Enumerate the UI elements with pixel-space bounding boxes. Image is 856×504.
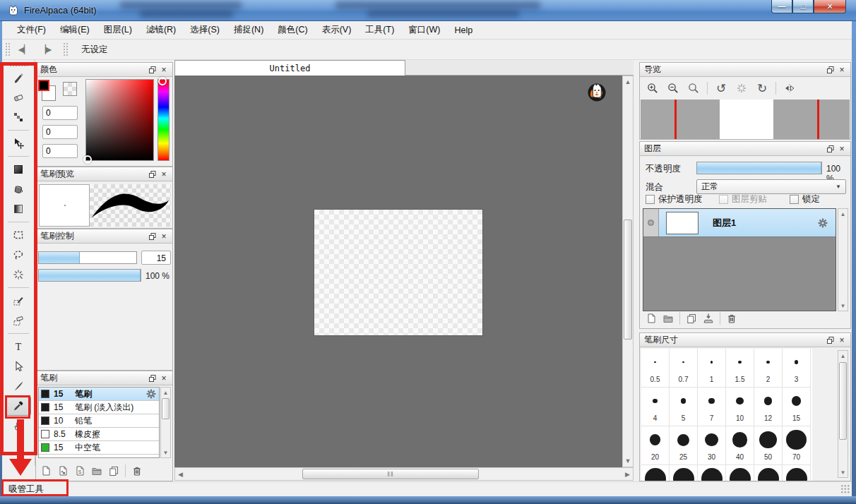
menu-edit[interactable]: 编辑(E): [54, 21, 96, 39]
brush-list-scrollbar[interactable]: ▲ ▼: [160, 387, 171, 458]
menu-tool[interactable]: 工具(T): [359, 21, 400, 39]
canvas-horizontal-scrollbar[interactable]: ◀ ‖‖ ▶: [174, 467, 634, 481]
reset-rotation-button[interactable]: [735, 81, 749, 95]
brush-opacity-slider[interactable]: [38, 269, 141, 282]
delete-brush-icon[interactable]: [131, 465, 143, 476]
close-panel-icon[interactable]: ×: [836, 65, 848, 75]
checkbox-protect-alpha[interactable]: 保护透明度: [646, 193, 703, 205]
brush-list-header[interactable]: 笔刷 ×: [36, 371, 172, 385]
brush-size-cell[interactable]: 50: [754, 426, 783, 465]
brush-size-cell[interactable]: 3: [783, 349, 811, 388]
checkbox-clipping[interactable]: 图层剪贴: [719, 193, 767, 205]
rotate-cw-button[interactable]: ↻: [755, 81, 769, 95]
scrollbar-handle[interactable]: [162, 398, 170, 419]
layer-opacity-slider[interactable]: [696, 162, 822, 174]
float-panel-icon[interactable]: [825, 65, 836, 75]
gear-icon[interactable]: [145, 388, 157, 400]
close-panel-icon[interactable]: ×: [836, 144, 848, 154]
brush-size-cell[interactable]: 7: [698, 388, 726, 426]
brush-size-cell[interactable]: 5: [670, 388, 698, 426]
scroll-down-icon[interactable]: ▼: [838, 467, 848, 477]
brush-size-cell[interactable]: 150: [670, 465, 698, 481]
brush-list-item[interactable]: 15笔刷 (淡入淡出): [39, 401, 159, 414]
menu-help[interactable]: Help: [448, 23, 479, 38]
text-tool[interactable]: T: [6, 337, 31, 356]
control-point-tool[interactable]: [6, 356, 31, 376]
bucket-tool[interactable]: [6, 179, 31, 199]
select-pen-tool[interactable]: [6, 291, 31, 311]
color-b-input[interactable]: [42, 144, 78, 158]
zoom-out-button[interactable]: [666, 81, 680, 95]
brush-size-cell[interactable]: 500: [783, 465, 811, 481]
duplicate-layer-icon[interactable]: [686, 313, 697, 324]
scroll-down-icon[interactable]: ▼: [838, 301, 848, 311]
brush-list-item[interactable]: 15笔刷: [39, 388, 159, 401]
scroll-up-icon[interactable]: ▲: [838, 351, 848, 361]
delete-layer-icon[interactable]: [726, 313, 737, 324]
brush-size-cell[interactable]: 200: [698, 465, 726, 481]
hue-bar[interactable]: [157, 79, 170, 161]
brush-size-cell[interactable]: 1: [698, 349, 726, 388]
brush-tool[interactable]: [6, 376, 31, 396]
float-panel-icon[interactable]: [825, 335, 836, 345]
lasso-select-tool[interactable]: [6, 245, 31, 265]
scrollbar-handle[interactable]: [839, 362, 847, 440]
float-panel-icon[interactable]: [825, 144, 836, 154]
scroll-up-icon[interactable]: ▲: [838, 209, 848, 219]
brush-size-cell[interactable]: 4: [641, 388, 670, 426]
color-g-input[interactable]: [42, 125, 78, 139]
color-r-input[interactable]: [42, 106, 78, 120]
scrollbar-handle[interactable]: ‖‖: [302, 469, 479, 479]
brush-folder-icon[interactable]: [91, 465, 102, 476]
layers-header[interactable]: 图层 ×: [640, 142, 850, 156]
brush-size-cell[interactable]: 2: [754, 349, 783, 388]
checkbox-icon[interactable]: [719, 195, 728, 204]
rect-select-tool[interactable]: [6, 225, 31, 245]
zoom-in-button[interactable]: [646, 81, 660, 95]
brush-preview-header[interactable]: 笔刷预览 ×: [36, 167, 172, 181]
checkbox-icon[interactable]: [646, 195, 655, 204]
scrollbar-handle[interactable]: [624, 220, 632, 340]
brush-size-cell[interactable]: 40: [726, 426, 754, 465]
close-panel-icon[interactable]: ×: [158, 232, 170, 241]
canvas-viewport[interactable]: [174, 76, 622, 467]
new-brush-icon[interactable]: [40, 465, 52, 476]
navigator-preview[interactable]: [641, 100, 850, 139]
brush-size-cell[interactable]: 20: [641, 426, 670, 465]
new-folder-icon[interactable]: [662, 313, 674, 324]
hand-tool[interactable]: [6, 416, 31, 436]
maximize-button[interactable]: □: [792, 0, 814, 13]
prev-preset-button[interactable]: ◀▏: [13, 42, 35, 57]
canvas-tab-untitled[interactable]: Untitled: [174, 60, 405, 76]
menu-view[interactable]: 表示(V): [316, 21, 358, 39]
magic-wand-tool[interactable]: [6, 265, 31, 284]
brush-size-cell[interactable]: 0.5: [641, 349, 670, 388]
checkbox-lock[interactable]: 锁定: [790, 193, 820, 205]
navigator-header[interactable]: 导览 ×: [640, 63, 850, 77]
brush-size-cell[interactable]: 70: [783, 426, 811, 465]
gradient-tool[interactable]: [6, 199, 31, 219]
float-panel-icon[interactable]: [147, 169, 158, 179]
brush-size-cell[interactable]: 1.5: [726, 349, 754, 388]
brush-list-item[interactable]: 8.5橡皮擦: [39, 428, 159, 441]
brush-size-cell[interactable]: 10: [726, 388, 754, 426]
scroll-right-icon[interactable]: ▶: [622, 471, 633, 478]
sv-picker-indicator[interactable]: [83, 155, 92, 164]
menu-snap[interactable]: 捕捉(N): [227, 21, 270, 39]
brush-size-cell[interactable]: 0.7: [670, 349, 698, 388]
new-bitmap-brush-icon[interactable]: [57, 465, 69, 476]
gear-icon[interactable]: [817, 217, 828, 229]
brush-size-cell[interactable]: 15: [783, 388, 811, 426]
menu-window[interactable]: 窗口(W): [402, 21, 446, 39]
scroll-up-icon[interactable]: ▲: [623, 76, 633, 85]
minimize-button[interactable]: —: [771, 0, 792, 13]
brush-size-cell[interactable]: 100: [641, 465, 670, 481]
brush-list-item[interactable]: 10铅笔: [39, 414, 159, 428]
new-layer-icon[interactable]: [646, 313, 657, 324]
foreground-color-swatch[interactable]: [38, 80, 49, 91]
blur-tool[interactable]: [6, 107, 31, 127]
layer-visibility-cell[interactable]: [643, 209, 659, 236]
resize-grip[interactable]: [840, 484, 850, 493]
move-tool[interactable]: [6, 133, 31, 153]
close-panel-icon[interactable]: ×: [158, 65, 170, 75]
